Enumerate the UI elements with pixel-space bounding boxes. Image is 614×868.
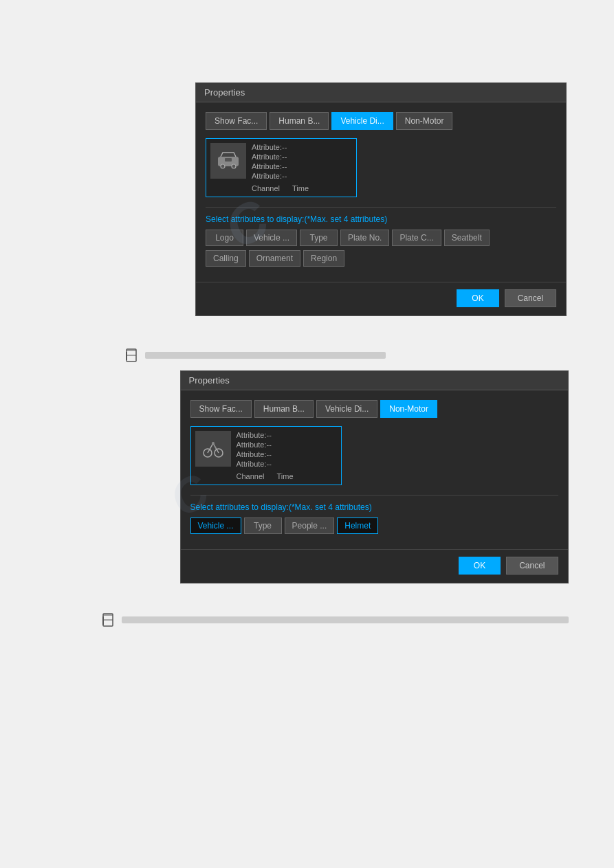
attr-btn-region[interactable]: Region [303, 250, 344, 267]
tab1-vehicle-di[interactable]: Vehicle Di... [331, 112, 393, 130]
dialog2-preview-attrs: Attribute:-- Attribute:-- Attribute:-- A… [237, 431, 294, 480]
dialog2: Properties Show Fac... Human B... Vehicl… [180, 370, 569, 583]
dialogs-container: Properties Show Fac... Human B... Vehicl… [0, 82, 614, 630]
bicycle-icon [201, 436, 226, 461]
dialog1-title: Properties [196, 83, 566, 102]
attr-btn-vehicle[interactable]: Vehicle ... [246, 230, 297, 246]
dialog1-cancel-button[interactable]: Cancel [505, 289, 556, 307]
attr-btn-plate-c[interactable]: Plate C... [392, 230, 441, 246]
dialog1-ok-button[interactable]: OK [457, 289, 498, 307]
dialog1-body: Show Fac... Human B... Vehicle Di... Non… [196, 102, 566, 278]
dialog1-separator [206, 207, 556, 208]
dialog1-preview-attrs: Attribute:-- Attribute:-- Attribute:-- A… [252, 143, 309, 192]
note-bar-2 [122, 616, 569, 623]
note-icon-1 [124, 348, 140, 365]
dialog1-attr-4: Attribute:-- [252, 172, 309, 180]
dialog2-tab-row: Show Fac... Human B... Vehicle Di... Non… [190, 400, 558, 418]
dialog2-select-label: Select attributes to display:(*Max. set … [190, 502, 558, 512]
dialog1-attr-2: Attribute:-- [252, 153, 309, 161]
dialog2-channel: Channel [237, 472, 265, 480]
attr-btn-seatbelt[interactable]: Seatbelt [444, 230, 490, 246]
attr-btn-ornament[interactable]: Ornament [249, 250, 300, 267]
dialog2-body: Show Fac... Human B... Vehicle Di... Non… [181, 390, 568, 545]
dialog1-tab-row: Show Fac... Human B... Vehicle Di... Non… [206, 112, 556, 130]
svg-point-10 [212, 442, 215, 445]
attr2-btn-type[interactable]: Type [244, 518, 282, 534]
note-bar-1 [145, 352, 386, 359]
tab2-non-motor[interactable]: Non-Motor [380, 400, 437, 418]
attr-btn-logo[interactable]: Logo [206, 230, 243, 246]
dialog1-footer: OK Cancel [196, 282, 566, 315]
attr-btn-calling[interactable]: Calling [206, 250, 246, 267]
note-icon-2 [101, 612, 116, 630]
dialog1-attr-1: Attribute:-- [252, 143, 309, 151]
dialog1-preview-icon [210, 143, 246, 179]
attr2-btn-vehicle[interactable]: Vehicle ... [190, 518, 241, 534]
dialog1-select-max: (*Max. set 4 attributes) [304, 214, 387, 224]
book-icon-1 [124, 348, 140, 363]
dialog2-wrapper: Properties Show Fac... Human B... Vehicl… [180, 370, 569, 604]
tab1-human-b[interactable]: Human B... [270, 112, 329, 130]
dialog1-select-label: Select attributes to display:(*Max. set … [206, 214, 556, 224]
dialog1-preview-footer: Channel Time [252, 184, 309, 192]
dialog2-title-text: Properties [189, 375, 230, 386]
dialog1-select-text: Select attributes to display: [206, 214, 304, 224]
svg-point-2 [232, 164, 236, 168]
dialog1-wrapper: Properties Show Fac... Human B... Vehicl… [195, 82, 567, 337]
tab1-show-fac[interactable]: Show Fac... [206, 112, 267, 130]
dialog2-separator [190, 495, 558, 496]
dialog2-attr-4: Attribute:-- [237, 460, 294, 468]
note-row-1 [124, 346, 606, 365]
dialog2-preview-footer: Channel Time [237, 472, 294, 480]
dialog2-cancel-button[interactable]: Cancel [506, 557, 558, 575]
note-row-2 [101, 611, 615, 630]
dialog2-attr-row1: Vehicle ... Type People ... Helmet [190, 518, 558, 534]
svg-rect-3 [225, 158, 232, 162]
dialog2-attr-1: Attribute:-- [237, 431, 294, 439]
dialog2-time: Time [276, 472, 293, 480]
dialog2-select-text: Select attributes to display: [190, 502, 289, 512]
dialog1-time: Time [292, 184, 309, 192]
tab2-show-fac[interactable]: Show Fac... [190, 400, 252, 418]
dialog2-select-max: (*Max. set 4 attributes) [289, 502, 372, 512]
dialog2-ok-button[interactable]: OK [459, 557, 501, 575]
car-icon [216, 148, 241, 173]
dialog1-attr-row2: Calling Ornament Region [206, 250, 556, 267]
svg-point-1 [221, 164, 225, 168]
attr-btn-plate-no[interactable]: Plate No. [340, 230, 389, 246]
page-wrapper: C C Properties Show Fac... Human B... Ve… [0, 0, 614, 868]
dialog2-preview-card: Attribute:-- Attribute:-- Attribute:-- A… [190, 426, 342, 485]
attr2-btn-people[interactable]: People ... [285, 518, 335, 534]
dialog2-attr-3: Attribute:-- [237, 450, 294, 458]
dialog1-attr-row1: Logo Vehicle ... Type Plate No. Plate C.… [206, 230, 556, 246]
book-icon-2 [101, 612, 116, 627]
dialog1-channel: Channel [252, 184, 280, 192]
dialog1-title-text: Properties [204, 87, 245, 98]
attr-btn-type[interactable]: Type [300, 230, 338, 246]
dialog2-preview-icon [195, 431, 231, 467]
dialog1-attr-3: Attribute:-- [252, 162, 309, 170]
dialog1: Properties Show Fac... Human B... Vehicl… [195, 82, 567, 316]
dialog1-preview-card: Attribute:-- Attribute:-- Attribute:-- A… [206, 138, 357, 197]
dialog2-footer: OK Cancel [181, 549, 568, 583]
attr2-btn-helmet[interactable]: Helmet [337, 518, 378, 534]
tab1-non-motor[interactable]: Non-Motor [396, 112, 453, 130]
tab2-human-b[interactable]: Human B... [254, 400, 314, 418]
tab2-vehicle-di[interactable]: Vehicle Di... [316, 400, 377, 418]
dialog2-attr-2: Attribute:-- [237, 441, 294, 449]
dialog2-title: Properties [181, 371, 568, 390]
